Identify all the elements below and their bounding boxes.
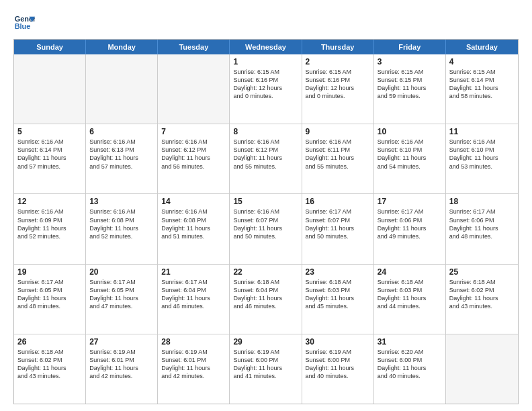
day-info: Sunrise: 6:18 AM Sunset: 6:04 PM Dayligh… xyxy=(233,278,298,311)
day-number: 25 xyxy=(449,267,515,277)
weekday-header-friday: Friday xyxy=(374,40,446,54)
day-info: Sunrise: 6:19 AM Sunset: 6:01 PM Dayligh… xyxy=(161,348,226,381)
day-info: Sunrise: 6:17 AM Sunset: 6:05 PM Dayligh… xyxy=(17,278,82,311)
day-number: 22 xyxy=(233,267,298,277)
calendar-cell-19: 19Sunrise: 6:17 AM Sunset: 6:05 PM Dayli… xyxy=(14,265,86,334)
calendar-cell-29: 29Sunrise: 6:19 AM Sunset: 6:00 PM Dayli… xyxy=(230,334,302,404)
day-info: Sunrise: 6:16 AM Sunset: 6:10 PM Dayligh… xyxy=(449,138,515,171)
calendar-cell-25: 25Sunrise: 6:18 AM Sunset: 6:02 PM Dayli… xyxy=(446,265,518,334)
calendar-cell-22: 22Sunrise: 6:18 AM Sunset: 6:04 PM Dayli… xyxy=(230,265,302,334)
calendar-cell-2: 2Sunrise: 6:15 AM Sunset: 6:16 PM Daylig… xyxy=(302,54,374,124)
weekday-header-wednesday: Wednesday xyxy=(230,40,302,54)
day-info: Sunrise: 6:19 AM Sunset: 6:01 PM Dayligh… xyxy=(89,348,154,381)
day-number: 31 xyxy=(378,337,442,347)
calendar-cell-12: 12Sunrise: 6:16 AM Sunset: 6:09 PM Dayli… xyxy=(14,194,86,263)
day-number: 18 xyxy=(449,197,515,206)
calendar-cell-10: 10Sunrise: 6:16 AM Sunset: 6:10 PM Dayli… xyxy=(374,124,446,193)
calendar-cell-6: 6Sunrise: 6:16 AM Sunset: 6:13 PM Daylig… xyxy=(86,124,158,193)
day-number: 8 xyxy=(233,127,298,136)
page: General Blue SundayMondayTuesdayWednesda… xyxy=(0,0,532,411)
day-number: 14 xyxy=(161,197,226,206)
day-number: 15 xyxy=(233,197,298,206)
day-info: Sunrise: 6:17 AM Sunset: 6:06 PM Dayligh… xyxy=(449,208,515,240)
day-info: Sunrise: 6:16 AM Sunset: 6:10 PM Dayligh… xyxy=(378,138,442,171)
day-info: Sunrise: 6:16 AM Sunset: 6:14 PM Dayligh… xyxy=(17,138,82,171)
weekday-header-thursday: Thursday xyxy=(302,40,374,54)
day-info: Sunrise: 6:16 AM Sunset: 6:13 PM Dayligh… xyxy=(89,138,154,171)
calendar-cell-empty xyxy=(14,54,86,124)
calendar-cell-14: 14Sunrise: 6:16 AM Sunset: 6:08 PM Dayli… xyxy=(158,194,230,263)
calendar-cell-3: 3Sunrise: 6:15 AM Sunset: 6:15 PM Daylig… xyxy=(374,54,446,124)
day-info: Sunrise: 6:19 AM Sunset: 6:00 PM Dayligh… xyxy=(233,348,298,381)
calendar-cell-11: 11Sunrise: 6:16 AM Sunset: 6:10 PM Dayli… xyxy=(446,124,518,193)
day-number: 10 xyxy=(378,127,442,136)
day-number: 11 xyxy=(449,127,515,136)
calendar-cell-15: 15Sunrise: 6:16 AM Sunset: 6:07 PM Dayli… xyxy=(230,194,302,263)
calendar-cell-27: 27Sunrise: 6:19 AM Sunset: 6:01 PM Dayli… xyxy=(86,334,158,404)
day-info: Sunrise: 6:16 AM Sunset: 6:11 PM Dayligh… xyxy=(306,138,370,171)
day-number: 19 xyxy=(17,267,82,277)
calendar-cell-empty xyxy=(86,54,158,124)
logo: General Blue xyxy=(13,12,35,34)
weekday-header-monday: Monday xyxy=(86,40,158,54)
day-number: 7 xyxy=(161,127,226,136)
day-number: 20 xyxy=(89,267,154,277)
calendar-cell-31: 31Sunrise: 6:20 AM Sunset: 6:00 PM Dayli… xyxy=(374,334,446,404)
calendar-cell-1: 1Sunrise: 6:15 AM Sunset: 6:16 PM Daylig… xyxy=(230,54,302,124)
calendar-row-1: 5Sunrise: 6:16 AM Sunset: 6:14 PM Daylig… xyxy=(14,124,518,193)
day-info: Sunrise: 6:15 AM Sunset: 6:15 PM Dayligh… xyxy=(378,68,442,101)
calendar-cell-28: 28Sunrise: 6:19 AM Sunset: 6:01 PM Dayli… xyxy=(158,334,230,404)
day-number: 3 xyxy=(378,57,442,66)
calendar: SundayMondayTuesdayWednesdayThursdayFrid… xyxy=(13,39,519,404)
calendar-cell-16: 16Sunrise: 6:17 AM Sunset: 6:07 PM Dayli… xyxy=(302,194,374,263)
day-info: Sunrise: 6:16 AM Sunset: 6:08 PM Dayligh… xyxy=(161,208,226,240)
day-number: 21 xyxy=(161,267,226,277)
weekday-header-tuesday: Tuesday xyxy=(158,40,230,54)
calendar-cell-9: 9Sunrise: 6:16 AM Sunset: 6:11 PM Daylig… xyxy=(302,124,374,193)
calendar-cell-4: 4Sunrise: 6:15 AM Sunset: 6:14 PM Daylig… xyxy=(446,54,518,124)
day-info: Sunrise: 6:16 AM Sunset: 6:09 PM Dayligh… xyxy=(17,208,82,240)
day-number: 29 xyxy=(233,337,298,347)
day-info: Sunrise: 6:15 AM Sunset: 6:14 PM Dayligh… xyxy=(449,68,515,101)
calendar-cell-23: 23Sunrise: 6:18 AM Sunset: 6:03 PM Dayli… xyxy=(302,265,374,334)
day-number: 4 xyxy=(449,57,515,66)
day-number: 17 xyxy=(378,197,442,206)
calendar-row-4: 26Sunrise: 6:18 AM Sunset: 6:02 PM Dayli… xyxy=(14,334,518,404)
calendar-cell-20: 20Sunrise: 6:17 AM Sunset: 6:05 PM Dayli… xyxy=(86,265,158,334)
calendar-cell-5: 5Sunrise: 6:16 AM Sunset: 6:14 PM Daylig… xyxy=(14,124,86,193)
calendar-cell-empty xyxy=(158,54,230,124)
day-info: Sunrise: 6:17 AM Sunset: 6:04 PM Dayligh… xyxy=(161,278,226,311)
calendar-header: SundayMondayTuesdayWednesdayThursdayFrid… xyxy=(14,40,518,54)
svg-text:Blue: Blue xyxy=(15,22,31,30)
calendar-row-3: 19Sunrise: 6:17 AM Sunset: 6:05 PM Dayli… xyxy=(14,264,518,334)
calendar-body: 1Sunrise: 6:15 AM Sunset: 6:16 PM Daylig… xyxy=(14,54,518,404)
day-info: Sunrise: 6:16 AM Sunset: 6:12 PM Dayligh… xyxy=(233,138,298,171)
day-number: 5 xyxy=(17,127,82,136)
day-number: 1 xyxy=(233,57,298,66)
day-info: Sunrise: 6:18 AM Sunset: 6:02 PM Dayligh… xyxy=(449,278,515,311)
calendar-cell-21: 21Sunrise: 6:17 AM Sunset: 6:04 PM Dayli… xyxy=(158,265,230,334)
day-info: Sunrise: 6:16 AM Sunset: 6:07 PM Dayligh… xyxy=(233,208,298,240)
day-info: Sunrise: 6:17 AM Sunset: 6:07 PM Dayligh… xyxy=(306,208,370,240)
calendar-cell-8: 8Sunrise: 6:16 AM Sunset: 6:12 PM Daylig… xyxy=(230,124,302,193)
calendar-cell-24: 24Sunrise: 6:18 AM Sunset: 6:03 PM Dayli… xyxy=(374,265,446,334)
day-info: Sunrise: 6:16 AM Sunset: 6:08 PM Dayligh… xyxy=(89,208,154,240)
day-number: 26 xyxy=(17,337,82,347)
calendar-row-0: 1Sunrise: 6:15 AM Sunset: 6:16 PM Daylig… xyxy=(14,54,518,124)
day-info: Sunrise: 6:17 AM Sunset: 6:05 PM Dayligh… xyxy=(89,278,154,311)
day-number: 13 xyxy=(89,197,154,206)
day-info: Sunrise: 6:16 AM Sunset: 6:12 PM Dayligh… xyxy=(161,138,226,171)
header-row: General Blue xyxy=(13,12,519,34)
day-info: Sunrise: 6:17 AM Sunset: 6:06 PM Dayligh… xyxy=(378,208,442,240)
weekday-header-sunday: Sunday xyxy=(14,40,86,54)
calendar-cell-18: 18Sunrise: 6:17 AM Sunset: 6:06 PM Dayli… xyxy=(446,194,518,263)
day-info: Sunrise: 6:15 AM Sunset: 6:16 PM Dayligh… xyxy=(233,68,298,101)
day-number: 12 xyxy=(17,197,82,206)
day-number: 27 xyxy=(89,337,154,347)
day-info: Sunrise: 6:20 AM Sunset: 6:00 PM Dayligh… xyxy=(378,348,442,381)
logo-icon: General Blue xyxy=(13,12,35,34)
day-number: 9 xyxy=(306,127,370,136)
day-number: 28 xyxy=(161,337,226,347)
day-number: 6 xyxy=(89,127,154,136)
calendar-cell-26: 26Sunrise: 6:18 AM Sunset: 6:02 PM Dayli… xyxy=(14,334,86,404)
